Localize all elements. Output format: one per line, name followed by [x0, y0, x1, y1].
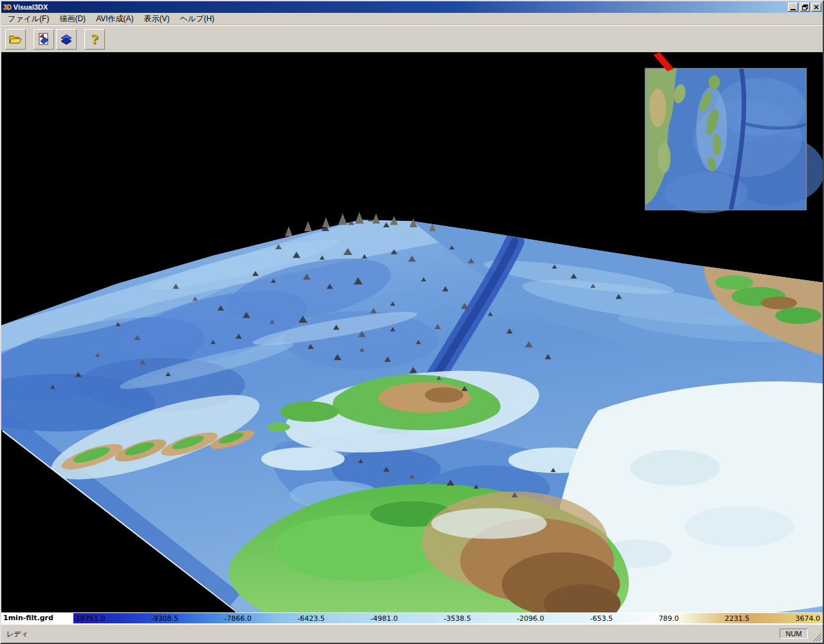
color-scale-labels: -10751.0 -9308.5 -7866.0 -6423.5 -4981.0… [73, 612, 820, 624]
terrain-3d-scene [1, 52, 823, 612]
restore-button[interactable] [800, 3, 810, 12]
menu-avi[interactable]: AVI作成(A) [91, 13, 138, 26]
close-icon: × [813, 4, 819, 10]
minimize-button[interactable] [788, 3, 798, 12]
colorbar-tick-label: -4981.0 [371, 614, 398, 623]
app-window: 3D Visual3DX × ファイル(F) 描画(D) AVI作成(A) 表示… [0, 0, 824, 644]
draw-surface-icon [37, 33, 50, 46]
colorbar-tick-label: 2231.5 [725, 614, 750, 623]
restore-icon [802, 5, 808, 10]
colorbar-tick-label: -6423.5 [297, 614, 324, 623]
menu-bar: ファイル(F) 描画(D) AVI作成(A) 表示(V) ヘルプ(H) [1, 13, 823, 25]
draw-surface-button[interactable] [33, 29, 54, 50]
inset-map [645, 68, 823, 213]
toolbar: ? [1, 25, 823, 52]
menu-view[interactable]: 表示(V) [139, 13, 175, 26]
menu-file[interactable]: ファイル(F) [3, 13, 54, 26]
help-button[interactable]: ? [84, 29, 105, 50]
terrain-render [1, 212, 823, 612]
colorbar-tick-label: 3674.0 [795, 614, 820, 623]
menu-help[interactable]: ヘルプ(H) [175, 13, 220, 26]
minimize-icon [791, 9, 796, 10]
open-file-icon [8, 33, 23, 45]
grid-filename: 1min-filt.grd [3, 614, 53, 622]
title-bar[interactable]: 3D Visual3DX × [1, 1, 823, 13]
resize-grip[interactable] [812, 632, 821, 641]
colorbar-tick-label: -3538.5 [444, 614, 471, 623]
status-bar: レディ NUM [1, 624, 823, 643]
surface-layers-icon [59, 33, 73, 46]
render-viewport[interactable] [1, 52, 823, 612]
menu-draw[interactable]: 描画(D) [54, 13, 91, 26]
colorbar-tick-label: -653.5 [590, 614, 612, 623]
help-icon: ? [91, 32, 98, 46]
colorbar: 1min-filt.grd -10751.0 -9308.5 -7866.0 -… [1, 612, 823, 624]
colorbar-tick-label: -9308.5 [151, 614, 178, 623]
colorbar-tick-label: -2096.0 [517, 614, 544, 623]
status-message: レディ [3, 628, 780, 640]
colorbar-tick-label: 789.0 [659, 614, 679, 623]
open-file-button[interactable] [5, 29, 26, 50]
numlock-indicator: NUM [780, 629, 808, 639]
resize-grip-icon [812, 632, 821, 641]
app-icon: 3D [3, 4, 12, 11]
window-title: Visual3DX [14, 3, 788, 11]
close-button[interactable]: × [811, 3, 821, 12]
colorbar-tick-label: -10751.0 [73, 614, 105, 623]
surface-layers-button[interactable] [56, 29, 77, 50]
colorbar-tick-label: -7866.0 [224, 614, 251, 623]
